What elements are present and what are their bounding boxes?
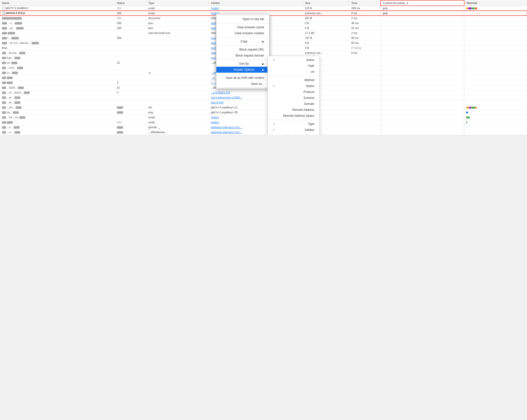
initiator-link[interactable]: ...k.js?ba51:120: [211, 91, 230, 94]
table-row[interactable]: glis?v=1.exp&key=304script(index)215 B26…: [0, 6, 527, 11]
table-row[interactable]: ...u... (pendil..._webpack-internal:///.…: [0, 125, 527, 130]
cell-time: [349, 60, 381, 65]
table-row[interactable]: ...rc... ...s89z&tenan...webpack-interna…: [0, 130, 527, 135]
ctx-block-domain[interactable]: Block request domain: [216, 53, 269, 59]
ctx-block-url[interactable]: Block request URL: [216, 47, 269, 53]
cell-name: l...: [0, 35, 115, 40]
cell-name: m...: [0, 70, 115, 75]
cell-status: [115, 130, 146, 135]
initiator-link[interactable]: (index): [211, 7, 219, 10]
col-header-initiator[interactable]: Initiator: [209, 0, 303, 6]
cell-time: 90 ms: [349, 35, 381, 40]
cell-status: 200: [115, 26, 146, 30]
cell-status: [115, 110, 146, 115]
cell-content-encoding: [381, 26, 464, 30]
initiator-link[interactable]: webpack-internal:///./src...: [211, 131, 242, 134]
col-header-status[interactable]: Status: [115, 0, 146, 6]
table-row[interactable]: 304script(index): [0, 120, 527, 125]
cell-type: .p: [146, 70, 209, 75]
cell-waterfall: [464, 70, 527, 75]
cell-type: [146, 85, 209, 90]
initiator-link[interactable]: (index): [211, 121, 219, 124]
ctx-open-new-tab[interactable]: Open in new tab: [216, 16, 269, 22]
ho-domain[interactable]: ✓Domain: [268, 101, 319, 107]
cell-status: [115, 125, 146, 130]
cell-content-encoding: [381, 75, 464, 80]
table-row[interactable]: ...pin... xhrgljs?v=1.exp&key=:11: [0, 105, 527, 110]
cell-waterfall: [464, 90, 527, 95]
table-row[interactable]: ...d=...&e2d... 2...k.js?ba51:120: [0, 90, 527, 95]
ho-remote-addr[interactable]: ✓Remote Address: [268, 107, 319, 113]
ctx-sep-4: [216, 60, 269, 60]
cell-waterfall: [464, 105, 527, 110]
cell-time: [349, 90, 381, 95]
cell-name: glis?v=1.exp&key=: [0, 6, 115, 11]
ho-protocol[interactable]: ✓Protocol: [268, 89, 319, 95]
ho-method[interactable]: ✓Method: [268, 77, 319, 83]
cell-type: [146, 65, 209, 70]
col-header-name[interactable]: Name: [0, 0, 115, 6]
cell-waterfall: [464, 50, 527, 55]
content-encoding-label: Content-Encoding: [383, 1, 405, 4]
cell-name: ...rc...: [0, 130, 115, 135]
cell-waterfall: [464, 85, 527, 90]
cell-status: 304: [115, 16, 146, 21]
cell-type: document: [146, 16, 209, 21]
cell-status: [115, 50, 146, 55]
cell-name: ...id=12/...&tenan...: [0, 40, 115, 45]
table-row[interactable]: ...at... app.js:919: [0, 100, 527, 105]
cell-size: 0 B: [303, 26, 349, 30]
cell-status: [115, 55, 146, 60]
col-header-time[interactable]: Time: [349, 0, 381, 6]
ho-path[interactable]: ✓Path: [268, 63, 319, 69]
ctx-clear-cache[interactable]: Clear browser cache: [216, 24, 269, 30]
ctx-copy[interactable]: Copy▶: [216, 38, 269, 44]
table-row[interactable]: ...lch...ors script(index): [0, 115, 527, 120]
cell-status: 12: [115, 60, 146, 65]
ho-url-label: Url: [311, 70, 314, 74]
ho-url[interactable]: ✓Url: [268, 69, 319, 75]
cell-name: ive': [0, 60, 115, 65]
cell-time: 268 ms: [349, 6, 381, 11]
ctx-header-options[interactable]: Header Options▶: [216, 67, 269, 73]
cell-name: [0, 75, 115, 80]
col-header-content-encoding[interactable]: Content-Encoding ▼: [381, 0, 464, 6]
initiator-link[interactable]: app.js:919: [211, 101, 224, 104]
ho-name[interactable]: ✓Name: [268, 57, 319, 63]
dropdown-arrow-icon: ▼: [406, 2, 409, 4]
cell-status: 200: [115, 11, 146, 16]
col-header-type[interactable]: Type: [146, 0, 209, 6]
cell-status: 304: [115, 6, 146, 11]
initiator-link[interactable]: (index): [211, 116, 219, 119]
ctx-save-har[interactable]: Save all as HAR with content: [216, 75, 269, 81]
cell-name: ...an...: [0, 26, 115, 30]
ctx-sort-by[interactable]: Sort By▶: [216, 61, 269, 67]
cell-content-encoding: gzip: [381, 6, 464, 11]
cell-waterfall: [464, 55, 527, 60]
col-header-size[interactable]: Size: [303, 0, 349, 6]
col-header-waterfall[interactable]: Waterfall: [464, 0, 527, 6]
table-row[interactable]: da... pnggljs?v=1.exp&key=:39: [0, 110, 527, 115]
cell-name: ...d=...&e2d...: [0, 90, 115, 95]
ctx-clear-cookies[interactable]: Clear browser cookies: [216, 30, 269, 36]
cell-content-encoding: [381, 50, 464, 55]
cell-status: 2u: [115, 85, 146, 90]
ho-status[interactable]: ✓Status: [268, 83, 319, 89]
cell-size: (memory cac...: [303, 50, 349, 55]
ho-initiator-addr-space[interactable]: ✓Initiator Address Space: [268, 133, 319, 135]
ho-type[interactable]: ✓Type: [268, 121, 319, 127]
cell-status: [115, 40, 146, 45]
ho-scheme[interactable]: ✓Scheme: [268, 95, 319, 101]
cell-waterfall: [464, 95, 527, 100]
ho-remote-addr-space[interactable]: ✓Remote Address Space: [268, 113, 319, 119]
cell-content-encoding: [381, 40, 464, 45]
cell-waterfall: [464, 100, 527, 105]
ctx-save-as[interactable]: Save as...: [216, 81, 269, 87]
cell-content-encoding: [381, 130, 464, 135]
table-row[interactable]: ...at... vue.runtime.esm.js?2b0...: [0, 95, 527, 100]
cell-content-encoding: [381, 95, 464, 100]
ho-initiator[interactable]: ✓Initiator: [268, 127, 319, 133]
initiator-link[interactable]: webpack-internal:///./src...: [211, 126, 242, 129]
cell-type: png: [146, 110, 209, 115]
initiator-link[interactable]: vue.runtime.esm.js?2b0...: [211, 96, 242, 99]
